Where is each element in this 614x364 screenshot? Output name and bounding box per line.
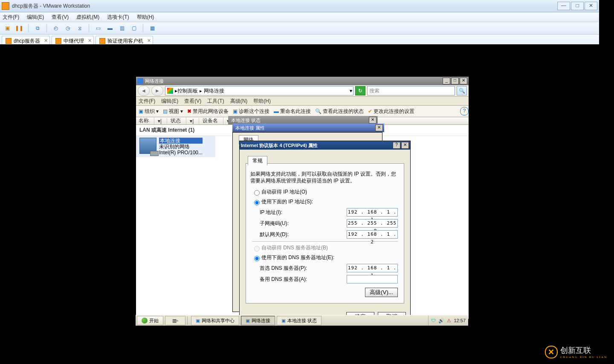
unity-icon[interactable]: ▦ [148, 23, 157, 33]
start-button[interactable]: 开始 [137, 316, 163, 325]
organize-button[interactable]: ▣组织▾ [139, 108, 159, 115]
fit-guest-icon[interactable]: ▭ [93, 23, 103, 33]
multimon-icon[interactable]: ▥ [117, 23, 127, 33]
tray-volume-icon[interactable]: 🔊 [438, 318, 444, 324]
vmware-toolbar: ▣ ❚❚ ⧉ ◴ ◷ ⧖ ▭ ▬ ▥ ▢ ▦ [0, 22, 599, 35]
menu-file[interactable]: 文件(F) [3, 14, 19, 21]
exp-menu-edit[interactable]: 编辑(E) [161, 98, 178, 105]
task-net-sharing-center[interactable]: ▣网络和共享中心 [191, 316, 239, 325]
nav-back-button[interactable]: ◄ [138, 86, 150, 96]
crumb-control-panel[interactable]: 控制面板 [177, 87, 198, 95]
task-net-connections[interactable]: ▣网络连接 [241, 316, 275, 325]
radio-auto-ip[interactable] [254, 190, 260, 196]
quicklaunch-area[interactable]: ▥▫ [165, 316, 185, 325]
refresh-button[interactable]: ↻ [355, 86, 365, 95]
dns2-label: 备用 DNS 服务器(A): [260, 276, 347, 283]
nav-fwd-button[interactable]: ► [151, 86, 163, 96]
ipv4-close-button[interactable]: ✕ [401, 142, 409, 149]
rename-button[interactable]: ▬重命名此连接 [274, 108, 311, 115]
ipv4-help-button[interactable]: ? [393, 142, 400, 149]
window-title: dhcp服务器 - VMware Workstation [12, 3, 556, 10]
tab-close-icon[interactable]: ✕ [88, 38, 92, 43]
tray-network-icon[interactable]: ⚠ [447, 318, 451, 324]
vmware-logo-icon [2, 2, 9, 10]
dns2-input[interactable] [347, 275, 398, 283]
explorer-icon [137, 78, 143, 84]
guest-taskbar: 开始 ▥▫ ▣网络和共享中心 ▣网络连接 ▣本地连接 状态 🛡 🔊 ⚠ 12:5… [136, 315, 468, 326]
address-bar[interactable]: ▸ 控制面板 ▸ 网络连接 ▾ [165, 86, 353, 95]
ipv4-dialog-titlebar[interactable]: Internet 协议版本 4 (TCP/IPv4) 属性 ? ✕ [240, 141, 410, 150]
exp-menu-advanced[interactable]: 高级(N) [230, 98, 248, 105]
explorer-menubar[interactable]: 文件(F) 编辑(E) 查看(V) 工具(T) 高级(N) 帮助(H) [136, 97, 469, 106]
close-button[interactable]: ✕ [585, 2, 597, 10]
help-icon[interactable]: ? [460, 107, 469, 116]
view-status-button[interactable]: 🔍查看此连接的状态 [315, 108, 364, 115]
fullscreen-icon[interactable]: ▢ [129, 23, 139, 33]
snapshot-icon[interactable]: ⧉ [33, 23, 42, 33]
tab-close-icon[interactable]: ✕ [44, 38, 48, 43]
subnet-mask-input[interactable]: 255 . 255 . 255 . 0 [347, 219, 398, 228]
menu-vm[interactable]: 虚拟机(M) [76, 14, 99, 21]
exp-menu-file[interactable]: 文件(F) [139, 98, 155, 105]
disable-device-button[interactable]: ✖禁用此网络设备 [187, 108, 229, 115]
change-settings-button[interactable]: ✔更改此连接的设置 [368, 108, 414, 115]
explorer-titlebar[interactable]: 网络连接 _ □ ✕ [136, 77, 469, 85]
radio-manual-ip[interactable] [254, 200, 260, 205]
fit-window-icon[interactable]: ▬ [105, 23, 115, 33]
watermark: ✕ 创新互联 CHUANG XIN HU LIAN [545, 345, 607, 359]
radio-manual-dns[interactable] [254, 256, 260, 261]
ip-address-input[interactable]: 192 . 168 . 1 . 1 [347, 208, 398, 217]
ipv4-tab-general[interactable]: 常规 [248, 156, 267, 165]
suspend-icon[interactable]: ❚❚ [14, 23, 24, 33]
explorer-command-bar: ▣组织▾ ▤视图▾ ✖禁用此网络设备 ▣诊断这个连接 ▬重命名此连接 🔍查看此连… [136, 106, 469, 117]
snap-take-icon[interactable]: ◴ [51, 23, 61, 33]
menu-tabs[interactable]: 选项卡(T) [107, 14, 129, 21]
ip-address-label: IP 地址(I): [260, 209, 347, 216]
snap-revert-icon[interactable]: ◷ [63, 23, 72, 33]
nic-icon [139, 138, 156, 154]
status-window-titlebar[interactable]: 本地连接 状态 ✕ [228, 116, 378, 124]
search-button[interactable]: 🔍 [457, 86, 467, 95]
diagnose-button[interactable]: ▣诊断这个连接 [233, 108, 269, 115]
menu-help[interactable]: 帮助(H) [137, 14, 154, 21]
gateway-label: 默认网关(D): [260, 231, 347, 238]
views-button[interactable]: ▤视图▾ [163, 108, 183, 115]
tray-clock[interactable]: 12:57 [454, 318, 466, 323]
explorer-max-button[interactable]: □ [451, 78, 459, 84]
maximize-button[interactable]: □ [571, 2, 584, 10]
system-tray[interactable]: 🛡 🔊 ⚠ 12:57 [428, 315, 468, 326]
vmware-titlebar: dhcp服务器 - VMware Workstation — □ ✕ [0, 0, 599, 12]
properties-window-titlebar[interactable]: 本地连接 属性 ✕ [232, 124, 384, 132]
status-close-button[interactable]: ✕ [369, 117, 377, 124]
connection-status: 未识别的网络 [159, 144, 203, 150]
explorer-close-button[interactable]: ✕ [460, 78, 467, 84]
advanced-button[interactable]: 高级(V)... [365, 288, 398, 297]
tab-close-icon[interactable]: ✕ [147, 38, 151, 43]
start-orb-icon [142, 318, 148, 324]
tab-vm-icon [55, 38, 61, 44]
control-panel-icon [167, 88, 173, 94]
search-input[interactable]: 搜索 [367, 86, 455, 95]
crumb-net-connections[interactable]: 网络连接 [204, 87, 224, 95]
ipv4-info-text: 如果网络支持此功能，则可以获取自动指派的 IP 设置。否则，您需要从网络系统管理… [250, 170, 400, 184]
exp-menu-view[interactable]: 查看(V) [184, 98, 201, 105]
minimize-button[interactable]: — [557, 2, 570, 10]
exp-menu-tools[interactable]: 工具(T) [207, 98, 224, 105]
dns1-input[interactable]: 192 . 168 . 1 . 1 [347, 264, 398, 272]
properties-close-button[interactable]: ✕ [375, 124, 383, 131]
snap-manage-icon[interactable]: ⧖ [75, 23, 84, 33]
menu-view[interactable]: 查看(V) [52, 14, 69, 21]
exp-menu-help[interactable]: 帮助(H) [253, 98, 271, 105]
menu-edit[interactable]: 编辑(E) [27, 14, 44, 21]
dns1-label: 首选 DNS 服务器(P): [260, 265, 347, 272]
subnet-mask-label: 子网掩码(U): [260, 220, 347, 227]
task-conn-status[interactable]: ▣本地连接 状态 [277, 316, 321, 325]
address-dropdown-icon[interactable]: ▾ [350, 88, 352, 94]
gateway-input[interactable]: 192 . 168 . 1 . 2 [347, 230, 398, 239]
connection-item[interactable]: 本地连接 未识别的网络 Intel(R) PRO/100... [136, 136, 215, 157]
ipv4-dialog-title: Internet 协议版本 4 (TCP/IPv4) 属性 [241, 142, 318, 149]
vmware-menubar[interactable]: 文件(F) 编辑(E) 查看(V) 虚拟机(M) 选项卡(T) 帮助(H) [0, 12, 599, 22]
explorer-min-button[interactable]: _ [443, 78, 450, 84]
power-on-icon[interactable]: ▣ [3, 23, 12, 33]
tray-security-icon[interactable]: 🛡 [431, 318, 436, 323]
